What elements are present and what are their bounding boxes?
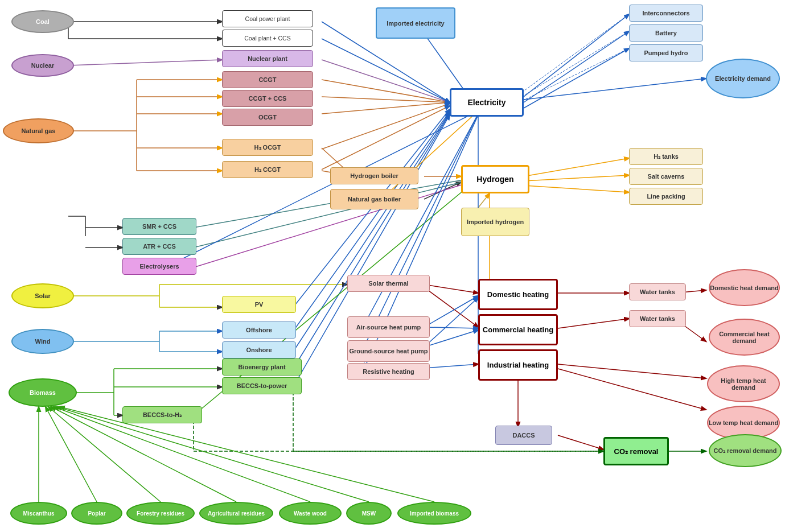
offshore-label: Offshore: [246, 327, 272, 333]
svg-line-16: [322, 102, 450, 114]
solar-thermal-box: Solar thermal: [347, 275, 430, 292]
electricity-central-box: Electricity: [450, 88, 524, 117]
high-temp-demand-label: High temp heat demand: [708, 377, 779, 391]
hydrogen-boiler-label: Hydrogen boiler: [350, 172, 398, 179]
h2-ccgt-box: H₂ CCGT: [222, 161, 313, 178]
svg-line-13: [322, 60, 450, 102]
beccs-power-box: BECCS-to-power: [222, 377, 302, 394]
commercial-heating-label: Commercial heating: [483, 325, 553, 334]
miscanthus-node: Miscanthus: [10, 502, 67, 525]
industrial-heating-label: Industrial heating: [487, 361, 549, 369]
h2-ocgt-box: H₂ OCGT: [222, 139, 313, 156]
svg-line-40: [524, 185, 629, 192]
smr-ccs-box: SMR + CCS: [122, 218, 196, 235]
svg-line-77: [558, 364, 706, 378]
salt-caverns-label: Salt caverns: [648, 173, 685, 180]
atr-ccs-label: ATR + CCS: [143, 243, 176, 250]
svg-line-14: [322, 80, 450, 102]
atr-ccs-box: ATR + CCS: [122, 238, 196, 255]
nuclear-label: Nuclear: [31, 62, 54, 69]
solar-thermal-label: Solar thermal: [368, 280, 408, 287]
electricity-demand-label: Electricity demand: [715, 75, 771, 82]
ground-source-hp-box: Ground-source heat pump: [347, 340, 430, 362]
water-tanks-domestic-box: Water tanks: [629, 283, 686, 300]
svg-line-18: [524, 14, 629, 97]
co2-removal-demand-node: CO₂ removal demand: [709, 434, 782, 467]
beccs-h2-label: BECCS-to-H₂: [143, 411, 182, 419]
coal-plant-ccs-box: Coal plant + CCS: [222, 30, 313, 47]
nuclear-node: Nuclear: [11, 54, 74, 77]
beccs-power-label: BECCS-to-power: [237, 382, 287, 389]
solar-node: Solar: [11, 283, 74, 308]
miscanthus-label: Miscanthus: [23, 510, 54, 517]
h2-tanks-label: H₂ tanks: [654, 153, 679, 160]
smr-ccs-label: SMR + CCS: [142, 223, 176, 230]
svg-line-53: [293, 112, 450, 331]
hydrogen-boiler-box: Hydrogen boiler: [330, 167, 418, 184]
electrolysers-box: Electrolysers: [122, 258, 196, 275]
svg-line-96: [60, 407, 434, 502]
bioenergy-plant-box: Bioenergy plant: [222, 358, 302, 376]
agricultural-residues-node: Agricultural residues: [199, 502, 273, 525]
svg-line-29: [424, 182, 461, 199]
commercial-heat-demand-label: Commercial heat demand: [710, 331, 779, 344]
natgas-node: Natural gas: [3, 118, 74, 143]
svg-line-72: [424, 364, 478, 368]
ocgt-label: OCGT: [258, 114, 277, 121]
svg-line-78: [558, 369, 706, 410]
svg-line-12: [322, 39, 450, 102]
water-tanks-com-label: Water tanks: [640, 315, 675, 322]
imported-electricity-box: Imported electricity: [376, 7, 455, 39]
svg-line-24: [524, 79, 706, 100]
biomass-label: Biomass: [30, 389, 56, 396]
interconnectors-label: Interconnectors: [642, 10, 689, 17]
hydrogen-central-box: Hydrogen: [461, 165, 529, 193]
imported-hydrogen-label: Imported hydrogen: [467, 218, 524, 225]
wind-label: Wind: [35, 338, 51, 345]
coal-plant-ccs-label: Coal plant + CCS: [244, 35, 290, 42]
pv-label: PV: [255, 301, 264, 308]
co2-removal-box: CO₂ removal: [603, 437, 669, 465]
agricultural-residues-label: Agricultural residues: [208, 510, 265, 517]
svg-line-66: [424, 327, 478, 328]
svg-line-36: [165, 111, 478, 267]
svg-line-42: [322, 104, 450, 149]
svg-line-19: [524, 31, 629, 102]
daccs-box: DACCS: [495, 426, 552, 445]
forestry-residues-node: Forestry residues: [126, 502, 195, 525]
wind-node: Wind: [11, 329, 74, 354]
svg-line-38: [524, 158, 629, 176]
domestic-heating-label: Domestic heating: [487, 290, 549, 299]
svg-line-39: [524, 175, 629, 181]
svg-line-21: [524, 14, 629, 91]
msw-node: MSW: [346, 502, 392, 525]
svg-line-67: [424, 298, 478, 347]
water-tanks-commercial-box: Water tanks: [629, 310, 686, 327]
natgas-boiler-label: Natural gas boiler: [348, 196, 401, 203]
electricity-demand-node: Electricity demand: [706, 59, 780, 98]
svg-line-3: [68, 60, 222, 65]
svg-line-68: [424, 330, 478, 347]
svg-line-15: [322, 97, 450, 102]
pv-box: PV: [222, 296, 296, 313]
electricity-label: Electricity: [468, 98, 506, 107]
svg-line-20: [524, 48, 629, 108]
interconnectors-box: Interconnectors: [629, 5, 703, 22]
offshore-box: Offshore: [222, 321, 296, 339]
line-packing-box: Line packing: [629, 188, 703, 205]
low-temp-demand-label: Low temp heat demand: [709, 419, 778, 426]
domestic-heat-demand-label: Domestic heat demand: [710, 284, 778, 291]
industrial-heating-box: Industrial heating: [478, 349, 558, 381]
waste-wood-label: Waste wood: [294, 510, 327, 517]
natgas-label: Natural gas: [22, 127, 56, 134]
svg-line-95: [57, 407, 369, 502]
onshore-box: Onshore: [222, 341, 296, 358]
hydrogen-label: Hydrogen: [476, 175, 513, 184]
commercial-heat-demand-node: Commercial heat demand: [709, 319, 780, 356]
coal-node: Coal: [11, 10, 74, 33]
msw-label: MSW: [362, 510, 376, 517]
line-packing-label: Line packing: [647, 193, 685, 200]
imported-biomass-label: Imported biomass: [410, 510, 459, 517]
battery-label: Battery: [655, 30, 677, 36]
svg-line-75: [558, 319, 629, 328]
